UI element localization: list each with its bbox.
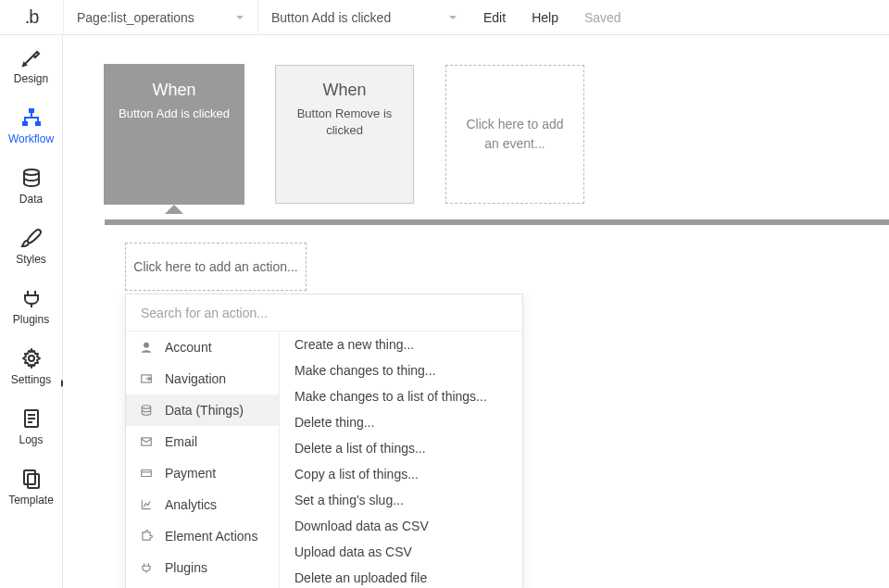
category-label: Data (Things): [165, 403, 244, 418]
action-add-button[interactable]: Click here to add an action...: [125, 243, 307, 291]
event-when-label: When: [322, 81, 366, 100]
action-item[interactable]: Delete thing...: [280, 409, 522, 435]
sidebar-item-styles[interactable]: Styles: [0, 216, 62, 276]
svg-point-3: [24, 169, 39, 175]
sidebar-item-label: Data: [19, 193, 43, 206]
sidebar-item-label: Design: [14, 72, 48, 85]
svg-rect-0: [29, 108, 34, 113]
sidebar-item-label: Workflow: [8, 132, 54, 145]
logs-icon: [20, 407, 43, 430]
save-status: Saved: [571, 0, 634, 35]
svg-rect-7: [28, 474, 39, 488]
event-add-label: Click here to add an event...: [461, 115, 569, 154]
sidebar-item-label: Template: [8, 494, 54, 507]
category-label: Navigation: [165, 371, 226, 386]
category-account[interactable]: Account: [126, 332, 279, 363]
svg-point-10: [142, 406, 150, 409]
category-element[interactable]: Element Actions: [126, 520, 279, 552]
action-item[interactable]: Make changes to thing...: [280, 357, 522, 383]
sidebar-item-settings[interactable]: Settings: [0, 336, 62, 396]
category-label: Account: [165, 340, 212, 355]
sidebar-item-data[interactable]: Data: [0, 156, 62, 216]
event-selector-value: Button Add is clicked: [271, 10, 391, 25]
app-logo[interactable]: .b: [0, 0, 63, 35]
sidebar-item-label: Styles: [16, 253, 46, 266]
category-label: Payment: [165, 466, 216, 481]
svg-rect-2: [35, 121, 41, 126]
category-email[interactable]: Email: [126, 426, 279, 457]
action-search-input[interactable]: Search for an action...: [126, 294, 522, 332]
card-icon: [139, 467, 154, 480]
puzzle-icon: [139, 530, 154, 543]
user-icon: [139, 341, 154, 354]
design-icon: [20, 46, 43, 69]
page-selector-prefix: Page:: [77, 10, 111, 25]
brush-icon: [20, 227, 43, 249]
event-add-button[interactable]: Click here to add an event...: [445, 65, 584, 204]
action-add-label: Click here to add an action...: [133, 259, 297, 274]
search-placeholder: Search for an action...: [141, 306, 268, 320]
chart-icon: [139, 498, 154, 511]
event-card[interactable]: When Button Remove is clicked: [275, 65, 414, 204]
category-data[interactable]: Data (Things): [126, 394, 279, 426]
category-label: Plugins: [165, 560, 207, 575]
database-icon: [20, 167, 43, 189]
template-icon: [20, 468, 43, 490]
svg-rect-6: [24, 470, 35, 484]
action-item[interactable]: Set a thing's slug...: [280, 487, 522, 513]
sidebar-item-design[interactable]: Design: [0, 35, 62, 95]
page-selector[interactable]: Page: list_operations: [63, 0, 257, 35]
sidebar-item-label: Plugins: [13, 313, 49, 326]
page-selector-value: list_operations: [111, 10, 194, 25]
category-label: Email: [165, 434, 197, 449]
event-when-label: When: [152, 81, 195, 100]
action-item[interactable]: Upload data as CSV: [280, 539, 522, 565]
event-card[interactable]: When Button Add is clicked: [105, 65, 244, 204]
sidebar-item-plugins[interactable]: Plugins: [0, 276, 62, 336]
plug-icon: [20, 287, 43, 309]
category-plugins[interactable]: Plugins: [126, 552, 279, 583]
svg-point-8: [144, 343, 149, 348]
chevron-down-icon: [428, 10, 457, 25]
mail-icon: [139, 435, 154, 448]
svg-rect-12: [142, 470, 152, 477]
action-item[interactable]: Copy a list of things...: [280, 461, 522, 487]
svg-point-4: [29, 356, 34, 361]
help-menu[interactable]: Help: [519, 0, 571, 35]
action-item[interactable]: Create a new thing...: [280, 332, 522, 357]
category-label: Analytics: [165, 497, 217, 512]
event-description: Button Remove is clicked: [276, 106, 413, 138]
navigation-icon: [139, 372, 154, 385]
database-icon: [139, 404, 154, 417]
action-list: Create a new thing... Make changes to th…: [280, 332, 522, 588]
action-item[interactable]: Delete an uploaded file: [280, 565, 522, 588]
action-item[interactable]: Download data as CSV: [280, 513, 522, 539]
svg-rect-1: [22, 121, 28, 126]
left-sidebar: Design Workflow Data Styles Plugins Sett…: [0, 35, 63, 588]
category-navigation[interactable]: Navigation: [126, 363, 279, 394]
sidebar-item-workflow[interactable]: Workflow: [0, 95, 62, 156]
workflow-icon: [20, 106, 43, 129]
category-label: Element Actions: [165, 529, 257, 544]
category-analytics[interactable]: Analytics: [126, 489, 279, 520]
event-selector[interactable]: Button Add is clicked: [257, 0, 470, 35]
event-description: Button Add is clicked: [111, 106, 237, 122]
workflow-divider: [105, 219, 889, 225]
chevron-down-icon: [215, 10, 244, 25]
sidebar-item-logs[interactable]: Logs: [0, 396, 62, 457]
edit-menu[interactable]: Edit: [470, 0, 519, 35]
gear-icon: [20, 347, 43, 369]
action-item[interactable]: Make changes to a list of things...: [280, 383, 522, 409]
action-category-list: Account Navigation Data (Things) Email P…: [126, 332, 280, 588]
category-payment[interactable]: Payment: [126, 457, 279, 489]
action-picker-popover: Search for an action... Account Navigati…: [125, 294, 523, 588]
sidebar-item-label: Logs: [19, 433, 43, 446]
plug-icon: [139, 561, 154, 574]
sidebar-item-template[interactable]: Template: [0, 457, 62, 517]
action-item[interactable]: Delete a list of things...: [280, 435, 522, 461]
sidebar-item-label: Settings: [11, 373, 51, 386]
